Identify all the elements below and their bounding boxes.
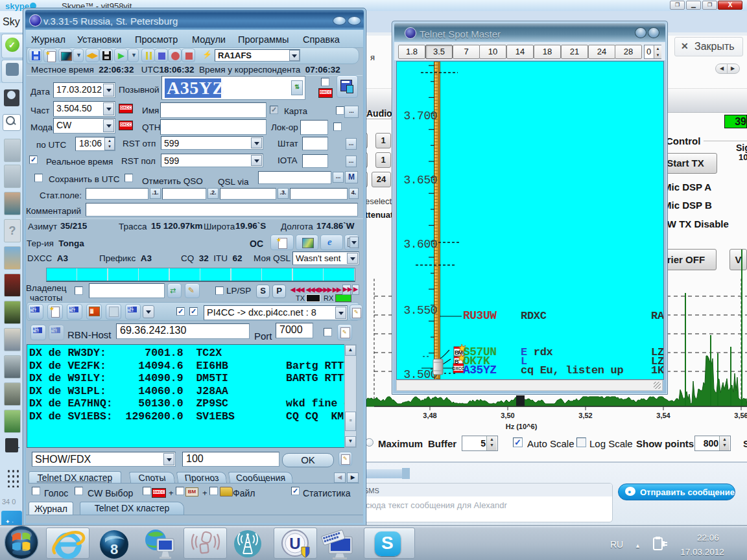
svg-text:RDXC: RDXC bbox=[521, 310, 547, 322]
svg-text:A35YZ: A35YZ bbox=[463, 364, 497, 377]
svg-text:RU3UW: RU3UW bbox=[463, 309, 497, 322]
svg-text:3,48: 3,48 bbox=[423, 412, 436, 419]
svg-text:3.700: 3.700 bbox=[403, 110, 437, 122]
svg-text:3,50: 3,50 bbox=[501, 412, 514, 419]
svg-text:8: 8 bbox=[110, 541, 118, 557]
svg-text:3,54: 3,54 bbox=[656, 412, 670, 419]
svg-text:RA: RA bbox=[651, 310, 664, 322]
svg-text:Hz (10^6): Hz (10^6) bbox=[506, 423, 538, 430]
svg-text:3,52: 3,52 bbox=[578, 412, 592, 419]
svg-text:U: U bbox=[289, 535, 300, 552]
svg-text:1K: 1K bbox=[651, 364, 664, 377]
svg-text:3,56: 3,56 bbox=[734, 412, 747, 419]
svg-text:cq Eu, listen up: cq Eu, listen up bbox=[521, 364, 624, 377]
svg-text:3.600: 3.600 bbox=[403, 238, 437, 251]
svg-text:3.550: 3.550 bbox=[403, 304, 437, 317]
svg-text:3.500: 3.500 bbox=[403, 368, 437, 380]
svg-text:3.650: 3.650 bbox=[403, 174, 437, 187]
